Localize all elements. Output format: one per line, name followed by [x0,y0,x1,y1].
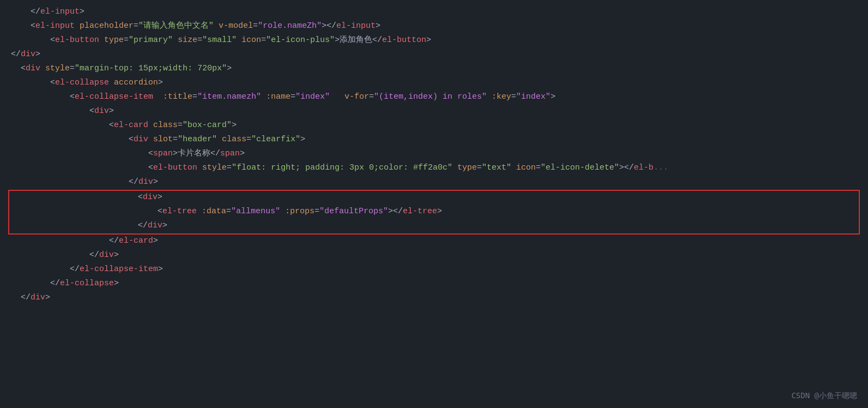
token-bracket: </ [11,48,21,61]
token-text-content [217,133,222,146]
token-equals: = [227,161,232,175]
code-line: <span>卡片名称</span> [0,147,868,161]
token-text-content [330,91,344,104]
token-tag: el-collapse [55,76,109,89]
token-tag: div [138,176,153,189]
token-tag: el-collapse [60,277,114,290]
token-bracket: </ [31,5,40,19]
token-attr-name: class [153,119,178,132]
indent [11,147,148,160]
token-equals: = [197,34,202,47]
token-bracket: </ [129,176,138,189]
token-bracket: > [114,277,119,290]
token-attr-name: :title [163,91,192,104]
token-chinese: 添加角色 [339,34,372,47]
token-tag: el-button [55,34,99,47]
token-bracket: > [153,176,158,189]
token-bracket: </ [70,263,80,276]
indent [20,219,138,232]
indent [11,5,31,19]
token-attr-value: "small" [202,34,236,47]
indent [11,176,129,189]
token-attr-name: :key [491,91,511,104]
indent [11,161,148,175]
indent [20,205,157,218]
token-bracket: > [157,191,162,204]
token-tag: el-collapse-item [80,263,158,276]
token-tag: div [148,219,162,232]
code-line: </div> [0,176,868,190]
token-bracket: > [158,263,163,276]
token-tag: el-card [119,235,153,248]
indent [11,263,70,276]
indent [11,235,109,248]
token-attr-value-special: "index" [516,91,550,104]
indent [11,291,21,304]
indent [11,249,89,262]
token-attr-name: v-for [344,91,369,104]
token-bracket: > [550,91,555,104]
token-bracket: < [148,147,153,160]
code-line: <el-collapse accordion> [0,76,868,91]
token-text-content [197,205,202,218]
token-bracket: > [158,76,163,89]
token-bracket: > [300,133,305,146]
token-equals: = [192,91,197,104]
token-text-content [75,20,80,33]
token-attr-value: "primary" [129,34,173,47]
token-attr-name: placeholder [80,20,133,33]
code-line: <el-button style="float: right; padding:… [0,161,868,176]
token-attr-name: slot [153,133,173,146]
token-attr-value: "float: right; padding: 3px 0;color: #ff… [232,161,452,175]
token-bracket: ></ [388,205,403,218]
token-bracket: < [50,34,55,47]
token-attr-name: class [222,133,246,146]
token-bracket: </ [138,219,148,232]
token-bracket: ></ [619,161,634,175]
token-tag: div [99,249,114,262]
token-text-content [280,205,285,218]
code-line: </div> [9,219,859,233]
highlight-region: <div> <el-tree :data="allmenus" :props="… [8,190,860,235]
token-equals: = [124,34,129,47]
code-lines: </el-input> <el-input placeholder="请输入角色… [0,5,868,305]
indent [11,277,50,290]
token-tag: span [153,147,173,160]
token-attr-value: "box-card" [183,119,232,132]
token-equals: = [173,133,178,146]
token-text-content [148,133,153,146]
indent [11,20,31,33]
token-bracket: </ [109,235,119,248]
token-tag: el-button [153,161,197,175]
token-text-content [487,91,491,104]
token-attr-value: "text" [482,161,511,175]
token-bracket: < [109,119,114,132]
token-attr-name: accordion [114,76,158,89]
token-tag: div [94,105,109,118]
token-equals: = [253,20,258,33]
token-bracket: < [148,161,153,175]
token-attr-name: size [178,34,197,47]
token-text-content [236,34,241,47]
code-editor: </el-input> <el-input placeholder="请输入角色… [0,0,868,408]
token-equals: = [70,62,75,75]
indent [11,133,129,146]
code-line: <div> [0,105,868,119]
token-bracket: </ [21,291,31,304]
indent [11,91,70,104]
code-line: <el-tree :data="allmenus" :props="defaul… [9,205,859,219]
token-bracket: > [426,34,431,47]
token-text-content [173,34,178,47]
token-tag: div [143,191,157,204]
token-attr-value-special: "defaultProps" [319,205,388,218]
token-attr-value-special: "item.namezh" [197,91,261,104]
code-line: <el-collapse-item :title="item.namezh" :… [0,91,868,105]
token-tag: el-input [35,20,75,33]
token-attr-name: :props [285,205,314,218]
code-line: <div slot="header" class="clearfix"> [0,133,868,147]
token-attr-name: :data [202,205,226,218]
code-line: <el-card class="box-card"> [0,119,868,133]
code-line: </div> [0,291,868,305]
indent [11,119,109,132]
token-attr-name: style [45,62,70,75]
